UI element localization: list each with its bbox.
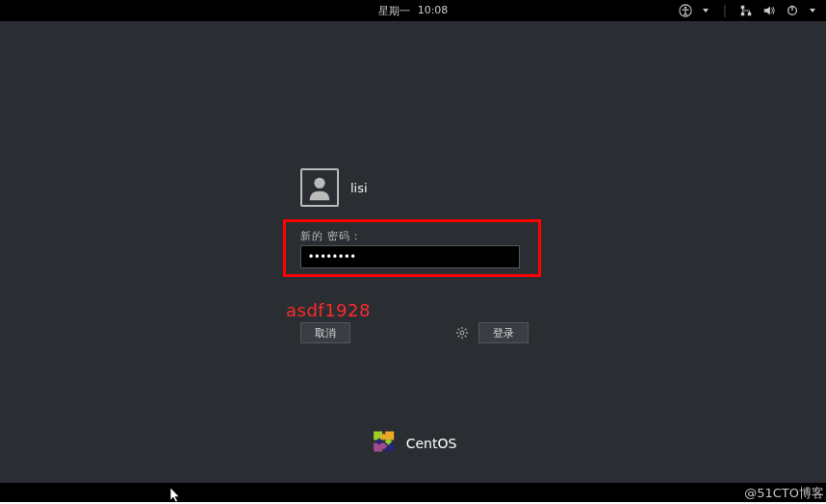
svg-line-15	[458, 336, 460, 338]
bottom-bar	[0, 483, 826, 504]
svg-line-14	[465, 336, 467, 338]
dropdown-icon-2[interactable]	[809, 7, 816, 14]
svg-rect-19	[374, 443, 382, 452]
username-label: lisi	[350, 181, 368, 195]
svg-line-16	[465, 329, 467, 331]
svg-rect-3	[748, 13, 752, 16]
top-bar: 星期一 10:08 │	[0, 0, 826, 21]
tray-separator: │	[721, 5, 728, 17]
svg-line-13	[458, 329, 460, 331]
svg-point-1	[684, 7, 686, 9]
avatar	[300, 168, 339, 207]
password-input[interactable]	[300, 245, 520, 268]
watermark: @51CTO博客	[744, 485, 824, 502]
cancel-button[interactable]: 取消	[300, 322, 350, 343]
clock-area: 星期一 10:08	[378, 4, 449, 18]
dropdown-icon[interactable]	[702, 7, 710, 14]
svg-rect-17	[374, 432, 382, 441]
password-label: 新的 密码：	[300, 229, 363, 243]
cancel-label: 取消	[315, 326, 336, 340]
network-icon[interactable]	[739, 4, 753, 17]
weekday-label: 星期一	[378, 4, 410, 18]
power-icon[interactable]	[786, 4, 799, 17]
accessibility-icon[interactable]	[679, 4, 692, 17]
user-block: lisi	[300, 168, 368, 207]
svg-point-8	[460, 331, 464, 335]
login-button[interactable]: 登录	[478, 322, 529, 343]
login-label: 登录	[493, 326, 514, 340]
time-label: 10:08	[418, 4, 449, 18]
gear-icon[interactable]	[455, 325, 469, 343]
volume-icon[interactable]	[762, 4, 776, 17]
svg-rect-4	[741, 13, 745, 16]
annotation-text: asdf1928	[286, 300, 371, 320]
system-tray: │	[679, 4, 816, 17]
svg-point-7	[314, 178, 324, 189]
centos-logo: CentOS	[370, 427, 457, 460]
svg-rect-20	[385, 443, 394, 452]
svg-rect-2	[741, 6, 745, 10]
svg-rect-18	[385, 432, 394, 441]
centos-text: CentOS	[406, 436, 457, 451]
centos-icon	[370, 427, 399, 460]
